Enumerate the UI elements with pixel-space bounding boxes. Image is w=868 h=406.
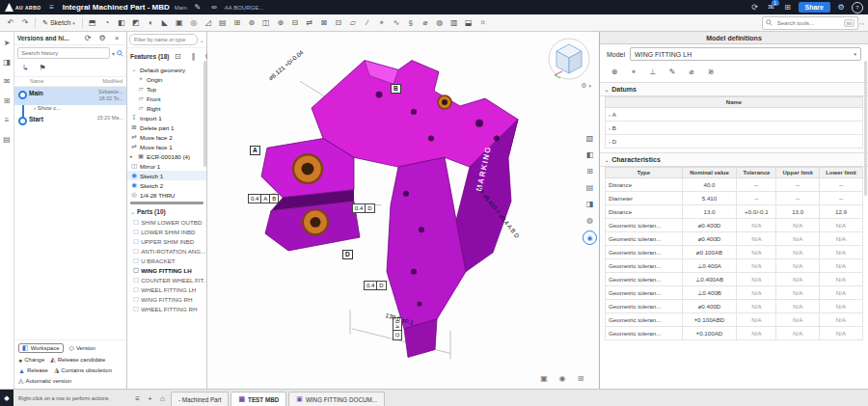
home-icon[interactable]: ⌂ xyxy=(156,392,169,405)
flag-filter-icon[interactable]: ⚑ xyxy=(36,62,49,74)
frame-tool-icon[interactable]: ⌗ xyxy=(476,16,490,29)
datum-flag[interactable]: B xyxy=(391,84,401,94)
part-item[interactable]: ▢U BRACKET xyxy=(127,256,206,265)
circular-pattern-icon[interactable]: ⊛ xyxy=(245,16,258,29)
edit-definition-icon[interactable]: ✎ xyxy=(665,65,680,79)
history-filter-caret-icon[interactable]: ▾ xyxy=(112,50,115,57)
branch-view-icon[interactable]: ↳ xyxy=(18,62,32,74)
filter-caret-icon[interactable]: ⌄ xyxy=(200,37,204,43)
sketch-button[interactable]: ✎ Sketch ▾ xyxy=(39,16,79,29)
datum-row[interactable]: › A xyxy=(606,108,863,122)
chamfer-tool-icon[interactable]: ◣ xyxy=(158,16,172,29)
app-logo[interactable]: AU ARBO xyxy=(5,3,41,12)
add-characteristic-icon[interactable]: ⊕ xyxy=(607,65,622,79)
show-changes-link[interactable]: › Show c... xyxy=(14,105,126,113)
view-options-control[interactable]: ⚙ ▾ xyxy=(581,82,591,90)
parts-header[interactable]: ⌄ Parts (10) xyxy=(127,206,206,217)
feature-item[interactable]: ▱Right xyxy=(127,103,206,113)
help-button[interactable]: ? xyxy=(852,2,863,14)
copy-link-icon[interactable]: ∞ xyxy=(208,2,220,14)
feature-item[interactable]: ▸▣ECR-000180 (4) xyxy=(127,151,206,161)
appearance-panel-icon[interactable]: ▤ xyxy=(583,181,597,194)
datum-target-icon[interactable]: ⌖ xyxy=(626,65,641,79)
feature-item[interactable]: ⇄Move face 1 xyxy=(127,142,206,151)
element-tab[interactable]: - Machined Part xyxy=(171,392,229,406)
fillet-tool-icon[interactable]: ◖ xyxy=(144,16,157,29)
display-states-icon[interactable]: ◍ xyxy=(583,214,597,227)
snapshot-icon[interactable]: ▣ xyxy=(537,372,551,385)
rollback-icon[interactable]: ∥ xyxy=(186,50,200,63)
characteristic-row[interactable]: Geometric toleran...⌀0.400DN/AN/AN/A xyxy=(606,232,863,246)
camera-icon[interactable]: ◉ xyxy=(556,372,569,385)
feature-item[interactable]: ⌖Origin xyxy=(127,74,206,84)
feature-item[interactable]: ▱Front xyxy=(127,94,206,103)
part-item[interactable]: ▢WHEEL FITTING LH xyxy=(127,284,206,294)
add-tab-icon[interactable]: + xyxy=(144,392,156,405)
characteristic-row[interactable]: Geometric toleran...⌀0.400DN/AN/AN/A xyxy=(606,219,863,232)
curve-tool-icon[interactable]: ∿ xyxy=(390,16,403,29)
named-views-icon[interactable]: ◨ xyxy=(583,198,597,210)
part-item[interactable]: ▢LOWER SHIM INBD xyxy=(127,227,206,236)
hole-tool-icon[interactable]: ◎ xyxy=(187,16,201,29)
version-row[interactable]: Start15:20 Ma... xyxy=(14,113,126,131)
toolbar-scroll-right-icon[interactable]: › xyxy=(862,20,864,26)
rollback-bar[interactable] xyxy=(130,202,203,204)
section-view-icon[interactable]: ◧ xyxy=(583,149,597,161)
characteristic-row[interactable]: Distance13.0+0.0/-0.113.012.9 xyxy=(606,205,863,219)
rib-tool-icon[interactable]: ▤ xyxy=(216,16,230,29)
characteristic-row[interactable]: Geometric toleran...⊥0.400AN/AN/AN/A xyxy=(606,259,863,273)
part-item[interactable]: ▢UPPER SHIM INBD xyxy=(127,236,206,246)
axis-tool-icon[interactable]: ∕ xyxy=(361,16,374,29)
view-cube[interactable] xyxy=(547,37,591,81)
feature-item[interactable]: ⇄Move face 2 xyxy=(127,132,206,142)
point-tool-icon[interactable]: ⌖ xyxy=(375,16,389,29)
model-select[interactable]: WING FITTING LH ▾ xyxy=(630,47,861,61)
part-item[interactable]: ▢SHIM LOWER OUTBD xyxy=(127,217,206,227)
feature-control-frame[interactable]: 0.4D xyxy=(352,203,375,213)
replace-face-icon[interactable]: ⊡ xyxy=(332,16,345,29)
extrude-tool-icon[interactable]: ⬒ xyxy=(86,16,99,29)
delete-face-icon[interactable]: ⊠ xyxy=(317,16,331,29)
expander-icon[interactable]: ▸ xyxy=(130,153,135,159)
attachments-icon[interactable]: ⊞ xyxy=(0,95,14,107)
panel-scrollbar[interactable] xyxy=(864,61,867,196)
characteristic-row[interactable]: Geometric toleran...⊥0.400ABN/AN/AN/A xyxy=(606,273,863,286)
feature-item[interactable]: ⊠Delete part 1 xyxy=(127,122,206,132)
legend-item-contains-obsoletion[interactable]: ◮Contains obsoletion xyxy=(54,366,112,374)
part-item[interactable]: ▢ANTI-ROTATION ANG... xyxy=(127,246,206,256)
helix-tool-icon[interactable]: § xyxy=(404,16,418,29)
refresh-icon[interactable]: ⟳ xyxy=(81,32,95,44)
characteristic-row[interactable]: Geometric toleran...⊥0.400BN/AN/AN/A xyxy=(606,286,863,300)
datums-section-header[interactable]: ⌄ Datums xyxy=(600,82,868,96)
comments-icon[interactable]: ✉ xyxy=(0,75,14,88)
document-owner[interactable]: AA BOURGE... xyxy=(225,5,263,11)
characteristic-row[interactable]: Geometric toleran...⌖0.100ABDN/AN/AN/A xyxy=(606,313,863,327)
list-icon[interactable]: ▤ xyxy=(0,133,14,146)
feature-item[interactable]: ⌄Default geometry xyxy=(127,65,206,74)
feature-item[interactable]: ◉Sketch 2 xyxy=(127,180,206,190)
cursor-tool-icon[interactable]: ➤ xyxy=(0,37,14,49)
element-tab[interactable]: ▣WING FITTING DOCUM... xyxy=(288,392,385,406)
explode-icon[interactable]: ⊞ xyxy=(583,165,597,177)
linear-pattern-icon[interactable]: ⊞ xyxy=(231,16,244,29)
feature-item[interactable]: ◫Mirror 1 xyxy=(127,161,206,171)
share-button[interactable]: Share xyxy=(799,2,830,13)
legend-item-release[interactable]: ▲Release xyxy=(18,366,48,374)
apps-grid-icon[interactable]: ⊞ xyxy=(782,2,794,14)
search-tools-input[interactable] xyxy=(775,19,841,27)
legend-item-version[interactable]: ◇Version xyxy=(69,343,95,353)
datum-row[interactable]: › B xyxy=(606,122,863,135)
part-item[interactable]: ▢WING FITTING LH xyxy=(127,265,206,275)
characteristics-section-header[interactable]: ⌄ Characteristics xyxy=(600,152,868,167)
characteristic-row[interactable]: Diameter5.410------ xyxy=(606,192,863,205)
characteristic-row[interactable]: Geometric toleran...⌀0.400DN/AN/AN/A xyxy=(606,300,863,313)
insert-icon[interactable]: ⊡ xyxy=(171,50,184,63)
viewport-3d[interactable]: MARKING ⌀8.121 +0/-0.040.4AB0.4D0.4D0.4D… xyxy=(207,32,599,389)
boolean-tool-icon[interactable]: ⊕ xyxy=(274,16,287,29)
mbd-mode-icon[interactable]: ◉ xyxy=(583,230,597,245)
features-scrollbar[interactable] xyxy=(203,61,206,167)
feature-item[interactable]: ▱Top xyxy=(127,84,206,94)
main-menu-icon[interactable]: ≡ xyxy=(46,2,58,14)
legend-item-workspace[interactable]: ◧Workspace xyxy=(18,343,64,353)
mass-props-icon[interactable]: ◍ xyxy=(433,16,447,29)
